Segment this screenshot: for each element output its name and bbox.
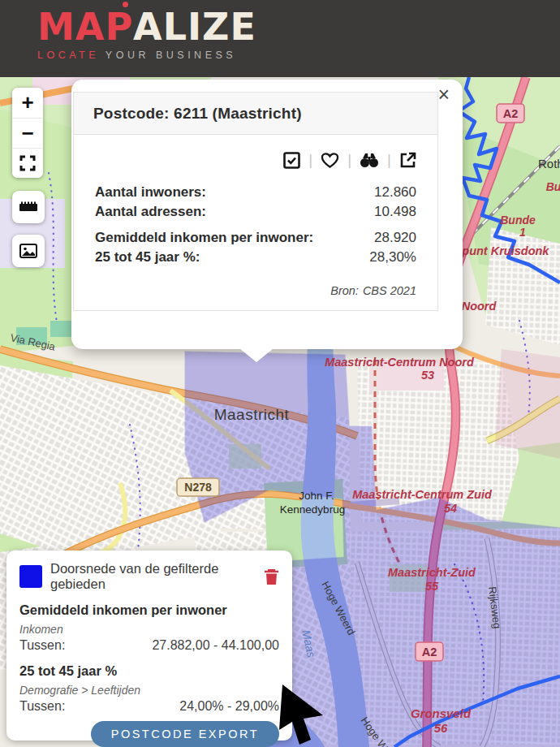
postcode-popup: × Postcode: 6211 (Maastricht) | | [71, 80, 463, 349]
label-centrum-noord: Maastricht-Centrum Noord [325, 356, 475, 369]
logo-alize-text: ALIZE [133, 5, 256, 49]
popup-tail [239, 348, 274, 362]
zoom-in-button[interactable]: + [12, 88, 43, 118]
fullscreen-icon [19, 155, 36, 171]
map[interactable]: A2 A2 N278 Maastricht Maastricht-Centrum… [0, 77, 560, 747]
filter-section-title-income: Gemiddeld inkomen per inwoner [19, 602, 279, 618]
ruler-icon [19, 201, 38, 213]
label-gronsveld-num: 56 [434, 721, 448, 735]
label-noord: Noord [462, 300, 498, 313]
image-export-button[interactable] [12, 235, 45, 267]
app-header: MAPALIZE LOCATE YOUR BUSINESS [0, 0, 560, 77]
filter-color-swatch [19, 565, 42, 588]
logo-tagline: LOCATE YOUR BUSINESS [37, 50, 256, 61]
favorite-heart-icon[interactable] [321, 152, 339, 169]
delete-filter-button[interactable] [264, 568, 279, 585]
label-zuid-num: 55 [425, 580, 439, 593]
data-row-inkomen: Gemiddeld inkomen per inwoner: 28.920 [95, 228, 416, 248]
postcode-export-button[interactable]: POSTCODE EXPORT [91, 721, 279, 747]
svg-text:A2: A2 [422, 646, 437, 658]
label-centrum-zuid: Maastricht-Centrum Zuid [352, 488, 493, 501]
svg-text:N278: N278 [184, 481, 212, 494]
filter-section-title-age: 25 tot 45 jaar % [19, 663, 279, 679]
close-icon[interactable]: × [434, 81, 453, 108]
fullscreen-button[interactable] [12, 148, 43, 178]
svg-text:A2: A2 [503, 107, 519, 120]
logo-map-text: MAP [37, 5, 133, 49]
mouse-cursor [276, 684, 326, 747]
select-checkbox-icon[interactable] [283, 152, 300, 169]
label-centrum-noord-num: 53 [421, 369, 434, 382]
label-centrum-zuid-num: 54 [444, 502, 457, 515]
measure-button[interactable] [12, 191, 45, 223]
filter-section-category-income: Inkomen [19, 623, 279, 636]
external-link-icon[interactable] [399, 152, 416, 169]
filter-range-age: Tussen: 24,00% - 29,00% [19, 699, 279, 714]
filter-section-category-age: Demografie > Leeftijden [19, 684, 279, 697]
label-bunde: Bunde [500, 214, 536, 227]
label-rothem: Rothe [538, 157, 560, 171]
map-controls: + − [12, 88, 45, 267]
popup-actions: | | | [95, 149, 416, 171]
filter-range-income: Tussen: 27.882,00 - 44.100,00 [19, 638, 279, 653]
road-shield-a2-north: A2 [497, 104, 524, 123]
label-gronsveld: Gronsveld [411, 706, 472, 720]
filter-legend-panel: Doorsnede van de gefilterde gebieden Gem… [6, 551, 292, 741]
label-zuid: Maastricht-Zuid [388, 566, 476, 579]
data-row-adressen: Aantal adressen: 10.498 [95, 202, 416, 222]
label-bridge-2: Kennedybrug [280, 503, 345, 516]
filter-title: Doorsnede van de gefilterde gebieden [50, 561, 261, 592]
popup-title: Postcode: 6211 (Maastricht) [93, 105, 418, 123]
road-shield-n278: N278 [177, 478, 219, 496]
source-note: Bron:CBS 2021 [95, 284, 416, 297]
binoculars-icon[interactable] [360, 152, 379, 168]
label-maastricht: Maastricht [214, 406, 290, 423]
label-kruisdonk: oppunt Kruisdonk [448, 244, 550, 257]
trash-icon [264, 568, 279, 585]
zoom-out-button[interactable]: − [12, 118, 43, 148]
mapalize-logo[interactable]: MAPALIZE LOCATE YOUR BUSINESS [37, 8, 256, 61]
label-bunde-num: 1 [519, 226, 526, 239]
road-shield-a2-south: A2 [416, 642, 443, 661]
popup-data: Aantal inwoners: 12.860 Aantal adressen:… [95, 183, 416, 267]
image-icon [19, 244, 37, 258]
popup-header: Postcode: 6211 (Maastricht) [74, 93, 437, 135]
label-bu: Bu [546, 180, 560, 193]
data-row-leeftijd: 25 tot 45 jaar %: 28,30% [95, 248, 416, 267]
data-row-inwoners: Aantal inwoners: 12.860 [95, 183, 416, 202]
filter-title-row: Doorsnede van de gefilterde gebieden [19, 561, 279, 592]
label-bridge-1: John F. [299, 490, 334, 502]
